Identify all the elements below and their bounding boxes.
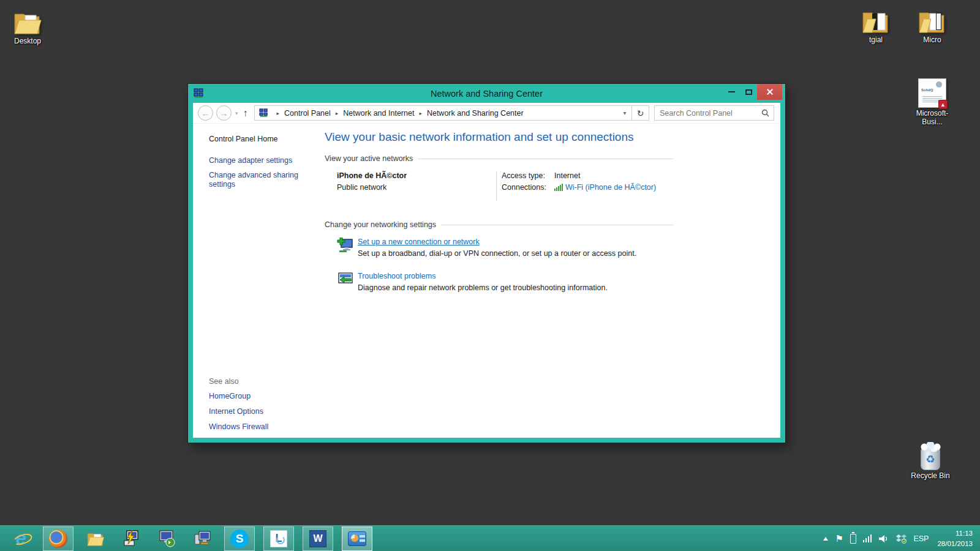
crumb-separator-icon: ▸ [277,110,280,116]
up-button[interactable]: ↑ [243,108,248,119]
breadcrumb-network-sharing-center[interactable]: Network and Sharing Center [427,109,524,118]
troubleshoot-problems-desc: Diagnose and repair network problems or … [358,283,608,292]
minimize-button[interactable] [723,84,740,100]
show-hidden-icons-button[interactable] [823,537,828,541]
desktop-icon-pdf-document[interactable]: SolidQ ▲ Microsoft-Busi... [910,77,955,127]
back-icon: ← [202,108,210,118]
solidq-logo [936,81,942,88]
address-dropdown-chevron-icon[interactable]: ▾ [618,110,631,116]
title-bar[interactable]: Network and Sharing Center [188,84,785,103]
internet-explorer-icon: e [15,529,26,548]
network-sharing-center-window: Network and Sharing Center ← → ▾ ↑ ▸ [188,84,785,443]
doc-brand-text: SolidQ [921,88,933,92]
close-icon [766,88,774,96]
taskbar-lync-button[interactable]: L [263,527,294,551]
taskbar: e [0,525,980,551]
network-signal-icon[interactable] [863,534,872,542]
system-tray: ⚑ ESP 11:13 28/01/2013 [823,528,980,549]
network-profile: Public network [337,183,496,192]
dropbox-icon[interactable] [896,534,907,544]
desktop-icon-micro[interactable]: Micro [910,4,955,45]
word-icon: W [309,530,326,547]
search-icon[interactable] [761,109,769,117]
sidebar-item-change-adapter-settings[interactable]: Change adapter settings [209,156,301,165]
taskbar-pc-lightning-button[interactable] [118,527,145,551]
networking-settings-section-label: Change your networking settings [325,220,436,229]
sidebar-item-internet-options[interactable]: Internet Options [209,407,301,416]
setup-new-connection-desc: Set up a broadband, dial-up or VPN conne… [358,249,636,258]
sidebar-item-windows-firewall[interactable]: Windows Firewall [209,422,301,432]
connections-label: Connections: [502,183,554,192]
desktop-icon-label: Micro [910,36,955,45]
network-location-icon [259,108,268,118]
back-button[interactable]: ← [198,105,213,121]
breadcrumb-control-panel[interactable]: Control Panel [284,109,331,118]
crumb-separator-icon: ▸ [419,110,422,116]
adobe-pdf-badge: ▲ [938,100,948,109]
page-title: View your basic network information and … [325,130,674,144]
folder-icon [853,4,899,34]
clock-date: 28/01/2013 [937,539,973,549]
remote-desktop-icon [157,530,176,548]
volume-icon[interactable] [878,534,889,544]
taskbar-internet-explorer-button[interactable]: e [7,527,34,551]
search-box[interactable] [654,105,774,121]
crumb-separator-icon: ▸ [336,110,339,116]
task-troubleshoot: Troubleshoot problems Diagnose and repai… [325,272,674,292]
recycle-bin-icon: ♻ [918,442,943,470]
network-name: iPhone de HÃ©ctor [337,171,496,180]
breadcrumb-network-and-internet[interactable]: Network and Internet [343,109,414,118]
wifi-connection-link[interactable]: Wi-Fi (iPhone de HÃ©ctor) [565,183,656,192]
folder-icon [13,10,42,36]
taskbar-firefox-button[interactable] [43,527,74,551]
lync-icon: L [270,530,287,547]
close-button[interactable] [757,84,782,100]
forward-icon: → [220,108,228,118]
folder-icon [5,5,50,36]
active-network-item: iPhone de HÃ©ctor Public network Access … [325,171,674,201]
active-networks-section-label: View your active networks [325,154,413,163]
new-connection-icon [337,238,354,253]
folder-icon [910,4,955,34]
forward-button[interactable]: → [216,105,232,121]
section-divider [418,159,674,159]
search-input[interactable] [655,109,761,118]
refresh-button[interactable]: ↻ [632,105,649,121]
window-title: Network and Sharing Center [188,89,785,99]
taskbar-word-button[interactable]: W [303,527,333,551]
sidebar-item-homegroup[interactable]: HomeGroup [209,392,301,401]
taskbar-skype-button[interactable]: S [224,527,255,551]
desktop-icon-label: tgial [853,36,899,45]
sidebar-item-control-panel-home[interactable]: Control Panel Home [209,135,323,143]
wifi-signal-icon [554,184,563,191]
battery-icon[interactable] [850,534,856,544]
maximize-button[interactable] [740,84,757,100]
clock[interactable]: 11:13 28/01/2013 [937,528,973,549]
access-type-label: Access type: [502,171,554,180]
desktop-icon-label: Microsoft-Busi... [910,110,955,127]
desktop-icon-tgial[interactable]: tgial [853,4,899,45]
desktop-icon-recycle-bin[interactable]: ♻ Recycle Bin [908,440,953,481]
sidebar-item-change-advanced-sharing[interactable]: Change advanced sharing settings [209,171,301,189]
troubleshoot-problems-link[interactable]: Troubleshoot problems [358,272,608,280]
section-divider [441,225,674,225]
see-also-label: See also [209,377,301,386]
pdf-document-icon: SolidQ ▲ [918,78,946,108]
address-toolbar: ← → ▾ ↑ ▸ Control Panel ▸ Network and In… [193,103,780,124]
taskbar-remote-desktop-button[interactable] [153,527,180,551]
desktop-icon-desktop[interactable]: Desktop [5,5,50,46]
action-center-flag-icon[interactable]: ⚑ [835,533,843,544]
setup-new-connection-link[interactable]: Set up a new connection or network [358,238,636,246]
taskbar-file-explorer-button[interactable] [82,527,109,551]
recent-pages-chevron-icon[interactable]: ▾ [235,110,238,116]
address-bar[interactable]: ▸ Control Panel ▸ Network and Internet ▸… [254,105,632,121]
network-computer-icon [193,530,211,548]
taskbar-control-panel-button-active[interactable] [342,527,372,551]
taskbar-network-computer-button[interactable] [189,527,216,551]
refresh-icon: ↻ [637,108,644,118]
task-new-connection: Set up a new connection or network Set u… [325,238,674,258]
skype-icon: S [230,530,249,548]
file-explorer-icon [86,531,105,547]
language-indicator[interactable]: ESP [913,534,929,543]
folder-icon [918,9,947,34]
